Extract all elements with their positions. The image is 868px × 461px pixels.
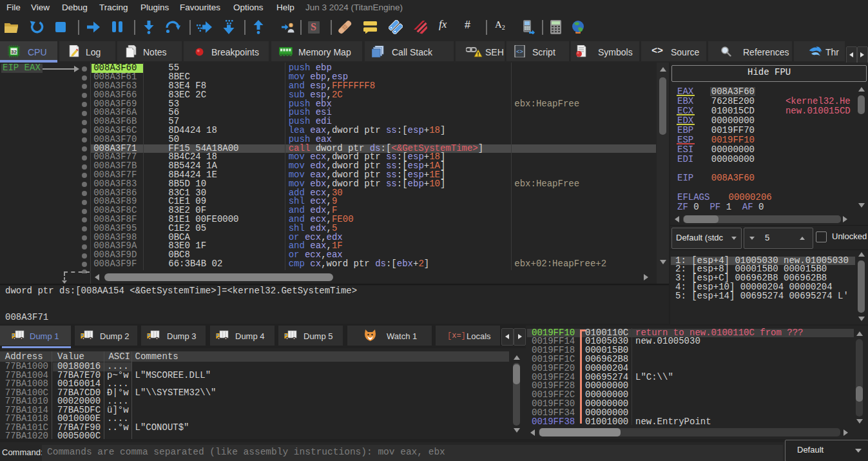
svg-text:<>: <> — [516, 49, 523, 55]
svg-text:32: 32 — [11, 49, 17, 55]
